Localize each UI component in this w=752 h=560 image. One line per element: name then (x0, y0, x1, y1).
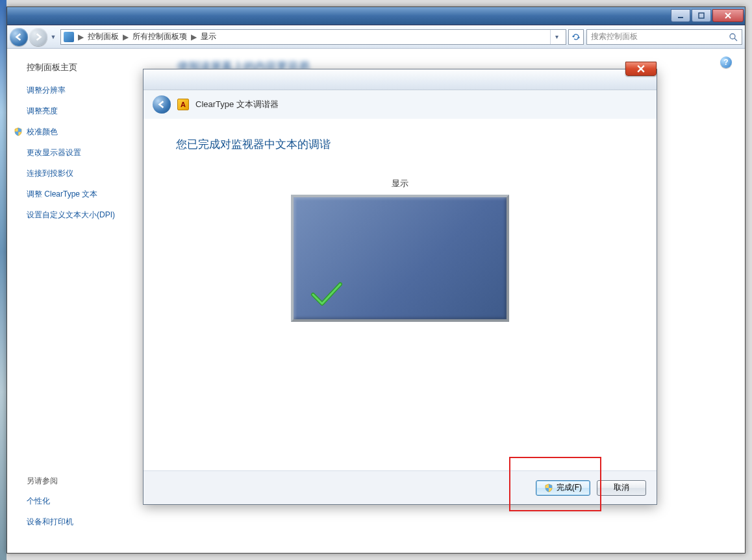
sidebar-title[interactable]: 控制面板主页 (27, 62, 147, 73)
cancel-label: 取消 (614, 482, 629, 493)
sidebar-item-cleartype[interactable]: 调整 ClearType 文本 (27, 189, 147, 200)
address-dropdown[interactable]: ▾ (550, 30, 563, 44)
sidebar-item-display-settings[interactable]: 更改显示器设置 (27, 147, 147, 158)
refresh-button[interactable] (568, 29, 584, 45)
minimize-button[interactable] (671, 9, 690, 22)
breadcrumb-separator: ▶ (78, 32, 84, 42)
address-bar[interactable]: ▶ 控制面板 ▶ 所有控制面板项 ▶ 显示 ▾ (60, 29, 566, 45)
see-also-title: 另请参阅 (27, 476, 137, 487)
cancel-button[interactable]: 取消 (597, 480, 646, 496)
sidebar: 控制面板主页 调整分辨率 调整亮度 校准颜色 更改显示器设置 连接到投影仪 调整… (7, 49, 151, 553)
dialog-header: A ClearType 文本调谐器 (144, 90, 657, 119)
search-placeholder: 搜索控制面板 (591, 31, 638, 42)
breadcrumb-2[interactable]: 显示 (201, 31, 216, 42)
finish-button[interactable]: 完成(F) (536, 480, 590, 496)
window-titlebar[interactable] (7, 7, 745, 25)
sidebar-item-projector[interactable]: 连接到投影仪 (27, 168, 147, 179)
shield-icon (544, 483, 553, 493)
monitor-label: 显示 (176, 178, 624, 189)
breadcrumb-separator: ▶ (191, 32, 197, 42)
sidebar-item-dpi[interactable]: 设置自定义文本大小(DPI) (27, 210, 147, 221)
breadcrumb-1[interactable]: 所有控制面板项 (132, 31, 187, 42)
control-panel-icon (64, 32, 74, 42)
sidebar-item-calibrate-color[interactable]: 校准颜色 (27, 127, 147, 138)
shield-icon (14, 127, 23, 138)
svg-line-5 (734, 38, 737, 41)
svg-rect-1 (699, 13, 704, 18)
cleartype-app-icon: A (177, 99, 189, 110)
breadcrumb-separator: ▶ (123, 32, 129, 42)
sidebar-item-brightness[interactable]: 调整亮度 (27, 106, 147, 117)
dialog-close-button[interactable] (625, 62, 657, 76)
nav-forward-button (29, 28, 47, 46)
sidebar-item-resolution[interactable]: 调整分辨率 (27, 85, 147, 96)
nav-back-button[interactable] (10, 28, 28, 46)
close-button[interactable] (712, 9, 744, 22)
toolbar: ▼ ▶ 控制面板 ▶ 所有控制面板项 ▶ 显示 ▾ 搜索控制面板 (7, 25, 745, 49)
monitor-preview (291, 195, 509, 322)
cleartype-dialog: A ClearType 文本调谐器 您已完成对监视器中文本的调谐 显示 完成(F… (143, 69, 657, 505)
see-also-personalize[interactable]: 个性化 (27, 496, 137, 507)
see-also-devices[interactable]: 设备和打印机 (27, 517, 137, 528)
dialog-titlebar[interactable] (144, 69, 657, 90)
dialog-body: 您已完成对监视器中文本的调谐 显示 (144, 119, 657, 470)
dialog-back-button[interactable] (153, 95, 171, 114)
svg-point-4 (730, 34, 735, 39)
nav-history-dropdown[interactable]: ▼ (49, 34, 58, 40)
search-icon (729, 32, 738, 42)
dialog-title: ClearType 文本调谐器 (195, 99, 279, 110)
dialog-footer: 完成(F) 取消 (144, 470, 657, 504)
dialog-heading: 您已完成对监视器中文本的调谐 (176, 137, 624, 152)
finish-label: 完成(F) (557, 482, 582, 493)
desktop-left-strip (0, 0, 6, 560)
breadcrumb-0[interactable]: 控制面板 (88, 31, 119, 42)
check-icon (309, 280, 344, 310)
search-input[interactable]: 搜索控制面板 (586, 29, 742, 45)
maximize-button[interactable] (692, 9, 711, 22)
